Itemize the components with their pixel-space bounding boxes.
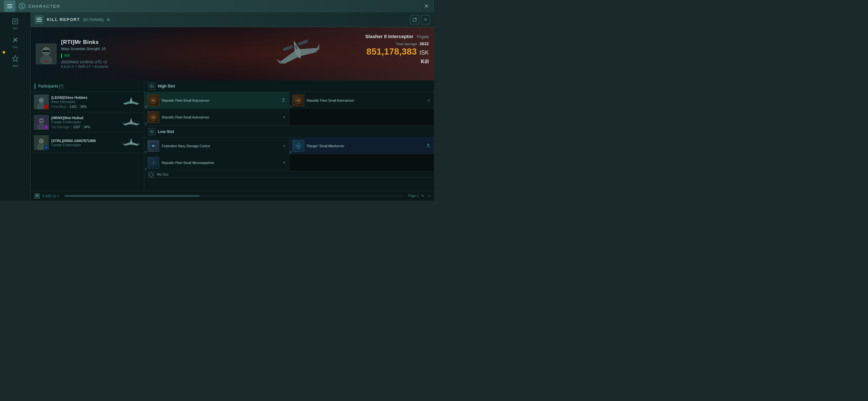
mid-slot-partial: Mid Slot: [144, 171, 434, 178]
svg-point-52: [152, 116, 154, 118]
participants-panel: Participants [7]: [31, 81, 144, 191]
svg-point-0: [21, 5, 23, 6]
slot-qty: 1: [145, 150, 147, 154]
participant-item[interactable]: + [XTRL]20002-10007671890 Condor II Inte…: [31, 133, 144, 153]
avatar-svg: [36, 44, 56, 64]
ship-class: Frigate: [417, 35, 429, 39]
sidebar-medals-label: Med: [12, 64, 18, 67]
scroll-track[interactable]: [64, 195, 403, 197]
sidebar-item-combat[interactable]: Con: [4, 34, 26, 50]
slot-qty: 1: [290, 150, 291, 154]
scroll-thumb: [65, 195, 200, 197]
isk-icon: ₩: [35, 193, 40, 198]
bio-icon: [11, 17, 20, 26]
item-icon: [148, 157, 159, 168]
item-icon: [292, 140, 304, 152]
ship-name: Slasher II Interceptor: [365, 34, 413, 39]
kr-bottom-bar: ₩ 5,025.12 + Page 1 ✎ ▿: [31, 191, 434, 201]
svg-point-50: [298, 99, 299, 101]
slot-remove-button[interactable]: ✕: [283, 115, 286, 120]
filter-button[interactable]: ▿: [428, 194, 430, 198]
participant-ship-name: Atron Interceptor: [51, 100, 119, 104]
window-title: CHARACTER: [28, 4, 60, 9]
participant-ship-icon: [121, 137, 141, 149]
participant-item[interactable]: − [LEGN]Chloe Hobbes Atron Interceptor F…: [31, 92, 144, 112]
kill-report-hero: [RTI]Mr Binks Warp Scramble Strength: 10…: [31, 27, 434, 81]
kr-close-button[interactable]: ✕: [421, 15, 430, 24]
svg-line-5: [13, 38, 18, 42]
participants-title: Participants: [38, 84, 58, 89]
sidebar-bio-label: Bio: [13, 27, 17, 30]
slot-item[interactable]: 1 Republic Fleet Small Autocannon: [144, 92, 289, 109]
slot-item[interactable]: 1 Republic Fleet Small Microwarpdrive: [144, 154, 289, 171]
victim-location: E1UU-3 < 3WN-1T < Esoteria: [61, 65, 108, 68]
slot-item[interactable]: 1 'Ranger' Small Afterburner: [289, 137, 434, 154]
kr-menu-button[interactable]: [35, 15, 43, 24]
svg-point-65: [152, 162, 154, 164]
sidebar-item-bio[interactable]: Bio: [4, 15, 26, 32]
victim-info: [RTI]Mr Binks Warp Scramble Strength: 10…: [61, 39, 108, 68]
slots-panel: High Slot 1 Republi: [144, 81, 434, 191]
participant-ship-svg-3: [122, 137, 140, 148]
participant-details: [LEGN]Chloe Hobbes Atron Interceptor Fin…: [51, 96, 119, 109]
person-icon: [426, 143, 430, 149]
low-slot-row-1: 1 Federation Navy Damage Control ✕: [144, 137, 434, 154]
combat-icon: [11, 35, 20, 44]
stat-percent: 30%: [81, 105, 87, 109]
slot-qty: 1: [145, 122, 147, 125]
stat-label: Top Damage: [51, 125, 70, 129]
window-close-button[interactable]: ✕: [423, 2, 430, 10]
slot-remove-button[interactable]: ✕: [283, 144, 286, 148]
kr-id: [ID:7045585]: [83, 18, 104, 22]
damage-label: Total damage:: [396, 42, 418, 46]
participants-list: − [LEGN]Chloe Hobbes Atron Interceptor F…: [31, 92, 144, 191]
participants-count: [7]: [59, 84, 63, 89]
slot-item[interactable]: 1 Federation Navy Damage Control ✕: [144, 137, 289, 154]
ship-svg: [273, 37, 324, 69]
slot-qty: 1: [145, 105, 147, 108]
kr-title: KILL REPORT: [47, 17, 80, 22]
page-indicator: Page 1: [408, 194, 418, 197]
kill-badge: Kill: [61, 53, 108, 58]
participant-item[interactable]: I [HRNX]Shei Hullud Condor II Intercepto…: [31, 112, 144, 133]
slot-item-name: 'Ranger' Small Afterburner: [307, 144, 345, 148]
slot-item[interactable]: 1 Republic Fleet Small Autocannon ✕: [289, 92, 434, 109]
participant-avatar: I: [34, 115, 49, 130]
slot-remove-button[interactable]: ✕: [427, 98, 430, 103]
header-accent-bar: [35, 84, 35, 89]
participant-name: [LEGN]Chloe Hobbes: [51, 96, 119, 99]
slot-item-name: Republic Fleet Small Autocannon: [162, 98, 209, 103]
stat-percent: 34%: [84, 125, 90, 129]
kill-report-header: KILL REPORT [ID:7045585] ⧉ ✕: [31, 12, 434, 27]
slot-item-name: Federation Navy Damage Control: [162, 144, 210, 148]
svg-point-60: [298, 145, 299, 147]
kr-actions: ✕: [410, 15, 430, 24]
svg-point-42: [39, 139, 43, 143]
slot-remove-button[interactable]: ✕: [283, 160, 286, 165]
participant-name: [XTRL]20002-10007671890: [51, 139, 119, 143]
top-menu-button[interactable]: [4, 0, 16, 12]
low-slot-section: Low Slot 1 Fed: [144, 126, 434, 178]
svg-point-62: [428, 144, 429, 145]
svg-rect-17: [43, 53, 49, 54]
participant-ship-svg: [122, 96, 140, 107]
hero-ship: [273, 37, 324, 71]
high-slot-icon: [148, 83, 155, 90]
mid-slot-partial-text: Mid Slot: [157, 173, 168, 176]
character-icon: [19, 3, 25, 9]
slot-item[interactable]: 1 Republic Fleet Small Autocannon ✕: [144, 109, 289, 126]
medals-icon: [11, 54, 20, 63]
kr-export-button[interactable]: [410, 15, 419, 24]
participant-details: [HRNX]Shei Hullud Condor II Interceptor …: [51, 116, 119, 129]
high-slot-title: High Slot: [158, 84, 175, 89]
high-slot-row-1: 1 Republic Fleet Small Autocannon: [144, 92, 434, 109]
edit-button[interactable]: ✎: [421, 194, 424, 198]
item-icon: [148, 112, 159, 123]
svg-marker-68: [149, 173, 153, 177]
kr-close-icon: ✕: [424, 18, 427, 22]
notification-dot: [3, 51, 5, 54]
participant-ship-svg-2: [122, 117, 140, 128]
mid-slot-icon-partial: [148, 172, 154, 178]
sidebar-item-medals[interactable]: Med: [4, 52, 26, 69]
svg-rect-19: [45, 61, 48, 62]
